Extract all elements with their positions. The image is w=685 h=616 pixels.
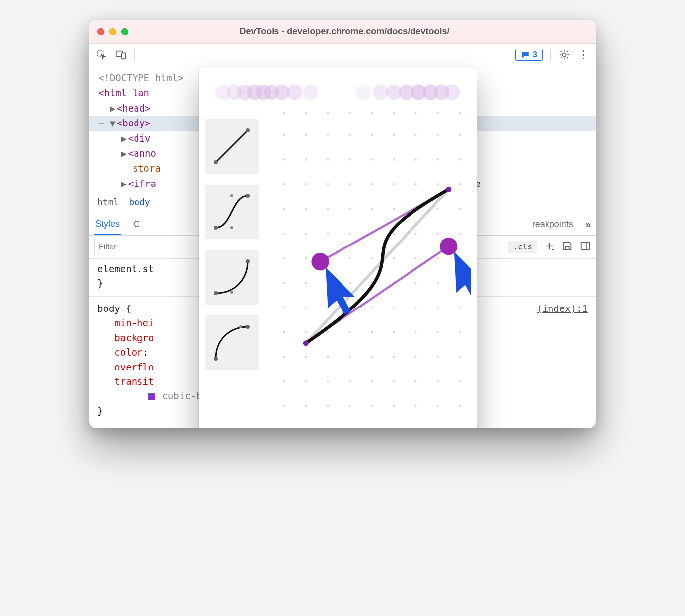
toggle-computed-sidebar-button[interactable]: [580, 241, 591, 253]
preset-ease-in[interactable]: [205, 250, 259, 305]
svg-point-30: [214, 291, 218, 295]
bezier-handle-p1[interactable]: [440, 238, 457, 255]
bezier-curve-canvas[interactable]: [273, 110, 471, 423]
toolbar-divider: [134, 49, 135, 61]
svg-point-15: [356, 85, 372, 100]
svg-point-38: [327, 112, 329, 114]
svg-point-37: [305, 112, 307, 114]
svg-point-35: [246, 325, 250, 329]
svg-point-28: [230, 194, 233, 197]
window-controls: [97, 28, 128, 35]
svg-point-29: [246, 194, 250, 198]
svg-point-42: [414, 112, 416, 114]
easing-preview-track: [213, 77, 462, 107]
devtools-toolbar: 3 ⋮: [89, 44, 596, 65]
svg-point-13: [287, 85, 302, 100]
easing-preset-list: [205, 110, 264, 423]
inspect-element-button[interactable]: [96, 49, 107, 60]
prop-color[interactable]: color: [114, 347, 142, 358]
save-icon: [562, 241, 573, 251]
settings-button[interactable]: [559, 49, 570, 60]
styles-filter-input[interactable]: [94, 239, 203, 255]
svg-point-40: [371, 112, 373, 114]
svg-point-43: [436, 112, 438, 114]
svg-point-39: [349, 112, 351, 114]
more-menu-button[interactable]: ⋮: [578, 48, 589, 61]
window-titlebar: DevTools - developer.chrome.com/docs/dev…: [89, 20, 596, 44]
gear-icon: [559, 49, 570, 60]
window-minimize-button[interactable]: [109, 28, 116, 35]
message-icon: [521, 50, 530, 59]
svg-point-24: [214, 160, 218, 164]
device-toggle-button[interactable]: [115, 49, 126, 60]
svg-point-44: [459, 112, 461, 114]
preset-linear[interactable]: [205, 119, 259, 174]
svg-point-32: [246, 259, 250, 263]
plus-icon: [544, 241, 555, 251]
preset-ease-in-out[interactable]: [205, 185, 259, 239]
new-style-rule-button[interactable]: [544, 241, 555, 253]
svg-point-31: [230, 291, 233, 294]
prop-transition[interactable]: transit: [114, 376, 154, 387]
window-close-button[interactable]: [97, 28, 104, 35]
svg-point-14: [303, 85, 319, 100]
preset-ease-out[interactable]: [205, 315, 259, 370]
svg-line-23: [216, 130, 248, 162]
svg-rect-2: [122, 53, 125, 59]
breadcrumb-html[interactable]: html: [97, 195, 119, 210]
window-title: DevTools - developer.chrome.com/docs/dev…: [128, 26, 561, 37]
cls-toggle[interactable]: .cls: [508, 241, 537, 253]
prop-background[interactable]: backgro: [114, 332, 154, 343]
tab-event-listeners-tail[interactable]: reakpoints: [532, 219, 573, 230]
toolbar-divider: [550, 49, 551, 61]
svg-point-26: [214, 226, 218, 230]
svg-rect-3: [565, 247, 569, 250]
prop-min-height[interactable]: min-hei: [114, 317, 154, 328]
device-icon: [115, 49, 126, 60]
preview-balls-icon: [213, 77, 462, 107]
svg-point-25: [246, 128, 250, 132]
bezier-editor-popover: cubic-bezier(1, 0.63, 0.1, 0.53): [199, 68, 477, 428]
svg-rect-4: [581, 243, 590, 250]
issues-count: 3: [533, 50, 537, 59]
tab-styles[interactable]: Styles: [94, 214, 121, 235]
issues-button[interactable]: 3: [515, 49, 543, 61]
prop-overflow[interactable]: overflo: [114, 362, 154, 372]
more-tabs-button[interactable]: »: [585, 219, 591, 230]
svg-point-33: [214, 357, 218, 361]
tab-computed[interactable]: C: [133, 214, 141, 235]
svg-point-34: [239, 325, 242, 328]
save-styles-button[interactable]: [562, 241, 573, 253]
svg-point-36: [283, 112, 285, 114]
devtools-window: DevTools - developer.chrome.com/docs/dev…: [89, 20, 596, 428]
svg-point-27: [230, 226, 233, 229]
panel-icon: [580, 241, 591, 251]
bezier-swatch-icon[interactable]: [148, 393, 155, 400]
svg-point-16: [373, 85, 388, 100]
inspect-icon: [96, 49, 107, 60]
rule-source-link[interactable]: (index):1: [537, 302, 588, 316]
cursor-arrow-icon: [454, 252, 471, 299]
svg-point-22: [444, 85, 460, 100]
svg-point-41: [393, 112, 395, 114]
bezier-handle-p2[interactable]: [311, 253, 329, 270]
breadcrumb-body[interactable]: body: [129, 195, 150, 210]
window-zoom-button[interactable]: [121, 28, 128, 35]
bezier-value-label: cubic-bezier(1, 0.63, 0.1, 0.53): [205, 423, 471, 428]
svg-point-49: [446, 187, 451, 192]
svg-point-48: [303, 340, 309, 346]
